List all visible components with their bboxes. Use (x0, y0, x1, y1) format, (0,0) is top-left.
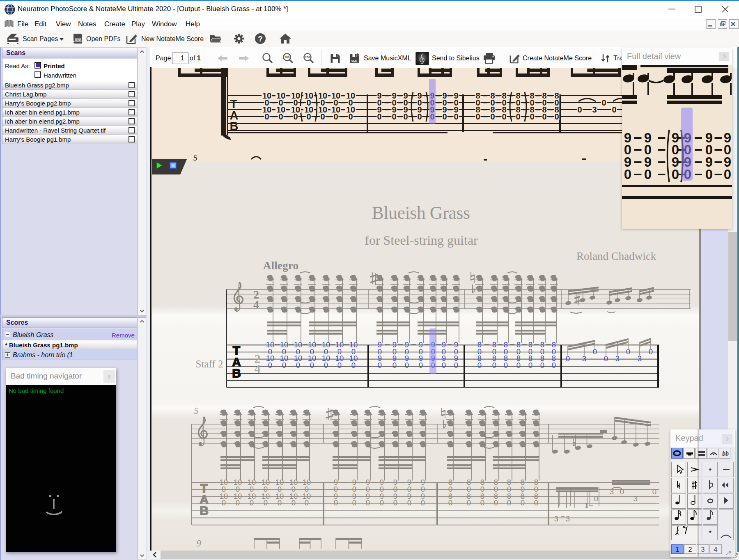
svg-text:0: 0 (291, 498, 296, 507)
svg-text:0: 0 (612, 105, 616, 114)
svg-text:3: 3 (610, 487, 614, 496)
svg-text:0: 0 (222, 498, 226, 507)
svg-text:0: 0 (644, 167, 652, 182)
svg-text:B: B (230, 119, 239, 133)
svg-text:5: 5 (194, 405, 199, 416)
svg-text:3: 3 (566, 514, 570, 523)
svg-text:0: 0 (467, 498, 471, 507)
svg-text:0: 0 (649, 347, 653, 356)
svg-text:0: 0 (593, 347, 597, 356)
svg-text:0: 0 (392, 112, 396, 121)
svg-text:Allegro: Allegro (263, 259, 299, 272)
svg-text:4: 4 (253, 298, 259, 311)
svg-text:0: 0 (454, 361, 458, 370)
svg-text:0: 0 (264, 498, 268, 507)
svg-text:0: 0 (337, 361, 342, 370)
svg-text:0: 0 (392, 361, 397, 370)
svg-text:0: 0 (577, 105, 582, 114)
svg-text:0: 0 (454, 112, 458, 121)
svg-text:0: 0 (310, 361, 314, 370)
svg-text:3: 3 (615, 354, 620, 363)
svg-text:0: 0 (442, 361, 446, 370)
svg-text:3: 3 (592, 105, 597, 114)
svg-text:0: 0 (305, 498, 309, 507)
svg-text:0: 0 (250, 498, 254, 507)
svg-text:0: 0 (421, 498, 425, 507)
svg-text:0: 0 (419, 361, 423, 370)
svg-text:0: 0 (594, 494, 598, 503)
svg-text:0: 0 (502, 112, 506, 121)
svg-text:0: 0 (528, 361, 532, 370)
svg-text:0: 0 (624, 167, 631, 182)
svg-text:0: 0 (601, 98, 606, 107)
svg-text:0: 0 (278, 498, 282, 507)
svg-text:0: 0 (403, 112, 408, 121)
svg-text:0: 0 (296, 361, 300, 370)
svg-text:0: 0 (377, 112, 381, 121)
svg-text:0: 0 (278, 112, 283, 121)
svg-text:0: 0 (378, 361, 382, 370)
svg-text:0: 0 (348, 112, 353, 121)
svg-text:0: 0 (366, 498, 370, 507)
svg-text:0: 0 (530, 112, 534, 121)
svg-text:0: 0 (516, 361, 521, 370)
svg-text:0: 0 (293, 112, 298, 121)
svg-text:0: 0 (516, 112, 520, 121)
svg-text:3: 3 (638, 354, 642, 363)
svg-text:5: 5 (193, 153, 197, 161)
svg-text:0: 0 (724, 167, 731, 182)
svg-text:0: 0 (475, 112, 480, 121)
svg-text:0: 0 (626, 347, 630, 356)
svg-text:0: 0 (477, 361, 482, 370)
svg-text:1: 1 (584, 501, 588, 510)
svg-text:0: 0 (334, 498, 338, 507)
svg-text:0: 0 (407, 498, 411, 507)
svg-text:0: 0 (442, 112, 447, 121)
svg-text:0: 0 (492, 361, 496, 370)
svg-text:0: 0 (521, 498, 525, 507)
svg-text:Roland Chadwick: Roland Chadwick (576, 250, 656, 262)
svg-text:4: 4 (255, 362, 261, 375)
svg-text:9: 9 (196, 538, 201, 549)
svg-text:0: 0 (380, 498, 384, 507)
svg-text:0: 0 (236, 498, 240, 507)
svg-text:0: 0 (352, 498, 356, 507)
svg-text:B: B (232, 366, 241, 380)
svg-text:Staff 2: Staff 2 (196, 358, 223, 370)
svg-text:0: 0 (448, 498, 452, 507)
svg-text:0: 0 (542, 112, 546, 121)
svg-text:0: 0 (351, 361, 356, 370)
svg-text:0: 0 (504, 361, 508, 370)
svg-text:0: 0 (534, 498, 538, 507)
svg-text:0: 0 (566, 354, 570, 363)
svg-text:0: 0 (333, 112, 338, 121)
svg-text:3: 3 (554, 514, 558, 523)
svg-text:0: 0 (540, 361, 544, 370)
svg-text:0: 0 (705, 167, 713, 182)
svg-text:0: 0 (552, 361, 556, 370)
svg-text:0: 0 (405, 361, 409, 370)
svg-text:0: 0 (480, 498, 484, 507)
svg-text:for Steel-string guitar: for Steel-string guitar (365, 233, 478, 248)
svg-text:0: 0 (652, 487, 656, 496)
svg-text:0: 0 (604, 354, 608, 363)
svg-text:Blueish Grass: Blueish Grass (372, 203, 470, 223)
svg-text:0: 0 (306, 112, 311, 121)
svg-text:XML: XML (351, 60, 358, 63)
svg-text:?: ? (258, 34, 263, 43)
svg-text:0: 0 (264, 112, 269, 121)
svg-text:200: 200 (305, 55, 310, 59)
svg-text:3: 3 (582, 354, 586, 363)
svg-text:0: 0 (620, 487, 624, 496)
svg-text:0: 0 (320, 112, 325, 121)
svg-text:0: 0 (393, 498, 397, 507)
svg-text:0: 0 (494, 498, 498, 507)
svg-text:0: 0 (507, 498, 511, 507)
svg-text:0: 0 (554, 112, 559, 121)
svg-text:0: 0 (490, 112, 495, 121)
svg-text:0: 0 (268, 361, 272, 370)
svg-text:0: 0 (282, 361, 286, 370)
svg-text:3: 3 (633, 494, 638, 503)
svg-text:100: 100 (285, 55, 290, 59)
svg-text:PDF: PDF (76, 39, 81, 41)
